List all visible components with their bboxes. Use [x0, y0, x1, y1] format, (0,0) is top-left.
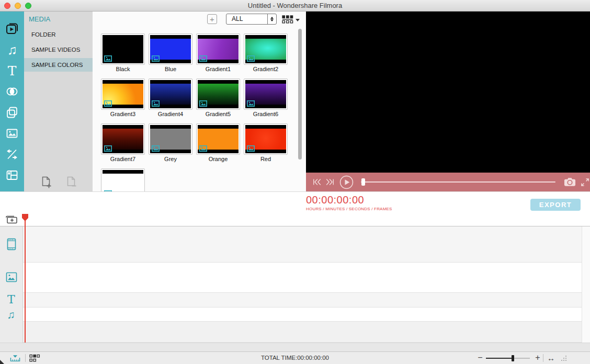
media-panel-title: MEDIA	[24, 12, 93, 26]
text-track[interactable]	[23, 293, 590, 308]
timeline-footer-strip	[0, 343, 590, 351]
media-item[interactable]: Gradient3	[101, 78, 145, 118]
filter-dropdown[interactable]: ALL	[226, 14, 277, 25]
zoom-out-button[interactable]: −	[476, 352, 484, 363]
media-nav-item[interactable]: FOLDER	[24, 28, 93, 41]
empty-track-area[interactable]	[23, 322, 590, 343]
media-item[interactable]: Gradient1	[196, 33, 240, 73]
media-item[interactable]: White	[101, 168, 145, 191]
text-track-icon[interactable]: T	[7, 294, 15, 305]
timeline-scrollbar[interactable]	[582, 226, 590, 343]
sidebar-item-media[interactable]	[0, 18, 24, 39]
media-thumbnail	[244, 123, 288, 155]
media-item-label: Gradient3	[101, 110, 145, 118]
media-item-label: Gradient5	[196, 110, 240, 118]
media-icon	[5, 22, 19, 36]
media-item[interactable]: Red	[244, 123, 288, 163]
swap-arrows-icon	[5, 147, 19, 161]
add-button[interactable]: +	[207, 14, 217, 24]
media-item[interactable]: Gradient4	[149, 78, 192, 118]
media-item[interactable]: Blue	[149, 33, 192, 73]
edit-toolbar: 00:00:00:00 HOURS / MINUTES / SECONDS / …	[0, 191, 590, 213]
image-badge-icon	[247, 55, 255, 62]
media-thumbnail	[101, 78, 145, 110]
image-badge-icon	[104, 145, 112, 152]
media-item-label: Gradient2	[244, 65, 288, 73]
previous-frame-button[interactable]	[312, 178, 322, 186]
chevron-down-icon	[296, 19, 300, 21]
media-nav-item[interactable]: SAMPLE VIDEOS	[24, 43, 93, 56]
timecode-display: 00:00:00:00 HOURS / MINUTES / SECONDS / …	[306, 194, 392, 211]
media-item[interactable]: Orange	[196, 123, 240, 163]
zoom-slider-handle[interactable]	[512, 355, 514, 361]
stepper-icon[interactable]	[267, 14, 276, 24]
media-item[interactable]: Gradient5	[196, 78, 240, 118]
media-nav-item[interactable]: SAMPLE COLORS	[24, 58, 93, 72]
timeline-ruler[interactable]	[0, 213, 590, 226]
fullscreen-icon[interactable]	[581, 178, 589, 187]
export-button[interactable]: EXPORT	[530, 199, 581, 211]
video-track[interactable]	[23, 226, 590, 263]
split-screen-icon	[5, 168, 19, 182]
media-item-label: Blue	[149, 65, 192, 73]
import-file-icon[interactable]	[40, 176, 52, 188]
sidebar-item-text[interactable]: T	[0, 60, 24, 81]
media-thumbnail	[149, 33, 192, 65]
sidebar-item-split-screen[interactable]	[0, 165, 24, 186]
text-icon: T	[8, 64, 17, 77]
image-track-icon[interactable]	[6, 272, 17, 282]
zoom-button[interactable]	[25, 3, 31, 9]
seek-handle[interactable]	[361, 178, 365, 186]
sidebar-item-split[interactable]	[0, 144, 24, 165]
playback-controls	[306, 173, 590, 191]
sidebar-item-overlays[interactable]	[0, 102, 24, 123]
media-item[interactable]: Gradient6	[244, 78, 288, 118]
music-track[interactable]	[23, 308, 590, 322]
media-item[interactable]: Black	[101, 33, 145, 73]
seek-slider[interactable]	[361, 178, 555, 186]
media-item[interactable]: Gradient7	[101, 123, 145, 163]
timecode-caption: HOURS / MINUTES / SECONDS / FRAMES	[306, 207, 392, 211]
preview-top-strip	[306, 12, 590, 14]
zoom-in-button[interactable]: +	[534, 352, 542, 363]
remove-file-icon[interactable]	[65, 176, 77, 188]
minimize-button[interactable]	[15, 3, 21, 9]
timeline-zoom-slider[interactable]	[486, 358, 530, 359]
media-nav-panel: MEDIA FOLDERSAMPLE VIDEOSSAMPLE COLORS	[24, 12, 93, 191]
media-thumbnail	[149, 78, 192, 110]
sidebar-item-music[interactable]: ♫	[0, 39, 24, 60]
image-badge-icon	[152, 145, 160, 152]
image-badge-icon	[199, 55, 207, 62]
next-frame-button[interactable]	[325, 178, 335, 186]
media-item-label: Gradient4	[149, 110, 192, 118]
squares-overlap-icon	[5, 106, 19, 119]
sidebar-item-elements[interactable]	[0, 123, 24, 144]
media-item[interactable]: Grey	[149, 123, 192, 163]
snapshot-camera-icon[interactable]	[564, 177, 576, 187]
seek-track	[361, 181, 555, 183]
media-item[interactable]: Gradient2	[244, 33, 288, 73]
media-thumbnail	[149, 123, 192, 155]
corner-wedge	[0, 360, 4, 364]
image-badge-icon	[152, 100, 160, 107]
pip-track[interactable]	[23, 263, 590, 293]
play-button[interactable]	[339, 175, 354, 189]
scrollbar[interactable]	[298, 29, 302, 160]
image-badge-icon	[247, 145, 255, 152]
film-track-icon[interactable]	[5, 237, 18, 251]
close-button[interactable]	[4, 3, 10, 9]
media-item-label: Black	[101, 65, 145, 73]
sidebar-item-transitions[interactable]	[0, 81, 24, 102]
fit-timeline-icon[interactable]: ↔	[547, 352, 555, 364]
preview-panel	[306, 12, 590, 191]
media-item-label: Orange	[196, 155, 240, 163]
media-item-label: Gradient7	[101, 155, 145, 163]
music-track-icon[interactable]: ♫	[7, 309, 15, 320]
music-note-icon: ♫	[7, 43, 17, 56]
view-mode-button[interactable]	[282, 15, 300, 24]
media-thumbnail	[101, 168, 145, 191]
add-track-icon[interactable]	[5, 215, 18, 224]
playhead-line[interactable]	[25, 220, 26, 343]
media-thumbnail	[196, 78, 240, 110]
resize-grip-icon[interactable]	[561, 355, 567, 361]
